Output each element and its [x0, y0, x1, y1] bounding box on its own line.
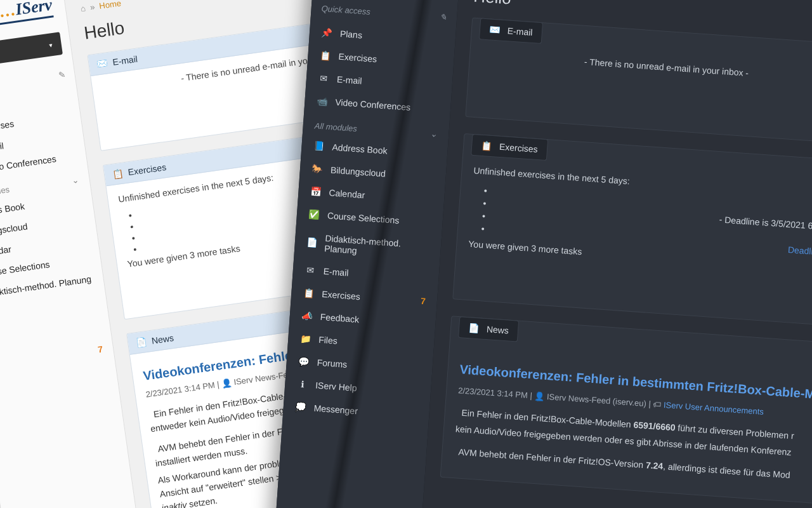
chevron-down-icon: ▾ [49, 41, 53, 49]
forums-icon: 💬 [298, 356, 310, 367]
news-icon: 📄 [468, 323, 480, 334]
mail-icon: ✉️ [489, 24, 501, 35]
email-panel: ✉️ E-mail - There is no unread e-mail in… [465, 17, 812, 144]
exercises-badge: 7 [421, 296, 426, 307]
email-icon: ✉ [304, 265, 316, 276]
edit-icon[interactable]: ✎ [440, 12, 447, 22]
feedback-icon: 📣 [301, 311, 313, 321]
home-icon[interactable]: ⌂ [80, 3, 86, 13]
check-icon: ✅ [308, 209, 320, 220]
email-icon: ✉ [318, 73, 330, 84]
chevron-down-icon: ⌄ [430, 129, 438, 139]
dark-theme-app: nightServ vbeta-210302#01 ℕNIGHTSERV ▾ Q… [268, 0, 812, 508]
clipboard-icon: 📋 [303, 288, 315, 298]
edit-icon[interactable]: ✎ [58, 70, 66, 80]
breadcrumb-home[interactable]: Home [98, 0, 121, 11]
doc-icon: 📄 [306, 237, 317, 248]
dark-content: ⌂ » Home Hello ✉️ E-mail - There is no u… [414, 0, 812, 508]
clipboard-icon: 📋 [112, 168, 124, 180]
exercises-icon: 📋 [319, 50, 331, 61]
news-panel: 📄 News Videokonferenzen: Fehler in besti… [440, 316, 812, 505]
calendar-icon: 📅 [310, 186, 322, 197]
mail-icon: ✉️ [96, 58, 108, 69]
book-icon: 📘 [313, 140, 325, 151]
cloud-icon: 🐎 [311, 163, 324, 174]
chevron-down-icon: ⌄ [72, 175, 80, 185]
video-icon: 📹 [316, 96, 328, 107]
news-panel-header[interactable]: 📄 News [458, 317, 519, 342]
exercises-panel: 📋 Exercises Unfinished exercises in the … [452, 133, 812, 327]
news-icon: 📄 [135, 337, 147, 348]
messenger-icon: 💭 [294, 401, 306, 412]
help-icon: ℹ [296, 379, 308, 390]
folder-icon: 📁 [299, 333, 311, 344]
plans-icon: 📌 [321, 27, 333, 38]
comparison-stage: Deine Schule ....IServ ▾ Quick access ✎ … [0, 0, 812, 508]
email-panel-header[interactable]: ✉️ E-mail [479, 18, 543, 44]
clipboard-icon: 📋 [481, 140, 492, 151]
